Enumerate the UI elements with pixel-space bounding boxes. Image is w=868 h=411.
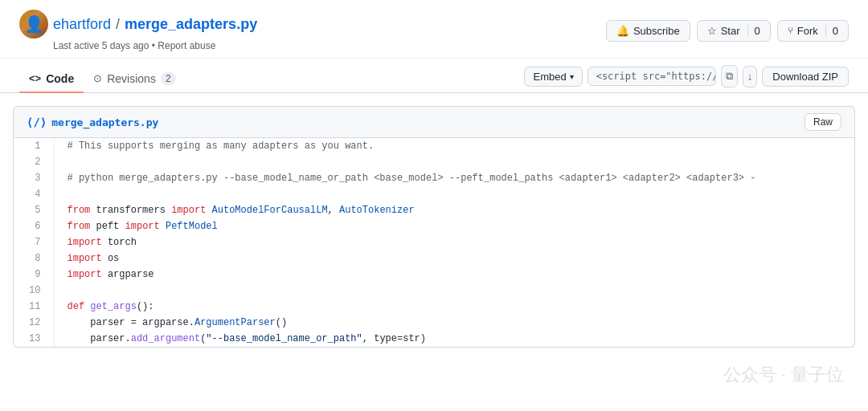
page-header: 👤 ehartford / merge_adapters.py Last act… [0, 0, 868, 59]
table-row: 7 import torch [14, 234, 854, 250]
raw-button[interactable]: Raw [805, 113, 841, 131]
table-row: 8 import os [14, 250, 854, 267]
line-code [54, 186, 854, 202]
nav-tabs-left: <> Code ⊙ Revisions 2 [19, 66, 186, 92]
code-container: 1 # This supports merging as many adapte… [13, 138, 855, 348]
header-title: 👤 ehartford / merge_adapters.py [19, 10, 257, 39]
table-row: 6 from peft import PeftModel [14, 218, 854, 234]
line-code: from peft import PeftModel [54, 218, 854, 234]
tab-code[interactable]: <> Code [19, 66, 84, 93]
filename-link[interactable]: merge_adapters.py [125, 16, 257, 33]
line-code: import os [54, 250, 854, 267]
table-row: 9 import argparse [14, 267, 854, 283]
line-code: parser = argparse.ArgumentParser() [54, 315, 854, 331]
header-actions: 🔔 Subscribe ☆ Star 0 ⑂ Fork 0 [606, 20, 849, 42]
line-number: 5 [14, 202, 54, 218]
avatar: 👤 [19, 10, 48, 39]
fork-button[interactable]: ⑂ Fork 0 [777, 20, 849, 42]
raw-download-button[interactable]: ↓ [743, 66, 758, 87]
line-number: 1 [14, 138, 54, 154]
download-icon: ↓ [747, 71, 753, 83]
line-code: def get_args(): [54, 299, 854, 315]
table-row: 1 # This supports merging as many adapte… [14, 138, 854, 154]
table-row: 5 from transformers import AutoModelForC… [14, 202, 854, 218]
star-button[interactable]: ☆ Star 0 [697, 20, 771, 42]
download-zip-button[interactable]: Download ZIP [762, 67, 849, 87]
line-number: 12 [14, 315, 54, 331]
line-number: 6 [14, 218, 54, 234]
star-icon: ☆ [707, 25, 717, 37]
line-number: 2 [14, 154, 54, 170]
table-row: 3 # python merge_adapters.py --base_mode… [14, 170, 854, 186]
tab-revisions[interactable]: ⊙ Revisions 2 [84, 66, 185, 93]
script-preview-button[interactable]: <script src="https:// [588, 67, 716, 86]
copy-button[interactable]: ⧉ [721, 65, 738, 87]
line-number: 3 [14, 170, 54, 186]
table-row: 13 parser.add_argument("--base_model_nam… [14, 331, 854, 347]
username-link[interactable]: ehartford [53, 16, 111, 33]
nav-tabs-right: Embed ▾ <script src="https:// ⧉ ↓ Downlo… [524, 65, 849, 92]
chevron-down-icon: ▾ [570, 72, 574, 81]
line-code [54, 283, 854, 299]
table-row: 4 [14, 186, 854, 202]
line-number: 8 [14, 250, 54, 267]
nav-tabs: <> Code ⊙ Revisions 2 Embed ▾ <script sr… [0, 65, 868, 93]
repo-info: 👤 ehartford / merge_adapters.py Last act… [19, 10, 257, 51]
file-icon: ⟨/⟩ [27, 116, 47, 128]
table-row: 12 parser = argparse.ArgumentParser() [14, 315, 854, 331]
copy-icon: ⧉ [726, 70, 733, 83]
line-number: 13 [14, 331, 54, 347]
line-number: 7 [14, 234, 54, 250]
last-active: Last active 5 days ago • Report abuse [53, 40, 257, 51]
line-number: 11 [14, 299, 54, 315]
line-number: 9 [14, 267, 54, 283]
table-row: 2 [14, 154, 854, 170]
line-number: 4 [14, 186, 54, 202]
line-code: # This supports merging as many adapters… [54, 138, 854, 154]
report-abuse-link[interactable]: Report abuse [158, 40, 215, 51]
line-code [54, 154, 854, 170]
subscribe-button[interactable]: 🔔 Subscribe [606, 20, 690, 42]
embed-button[interactable]: Embed ▾ [524, 67, 582, 87]
line-code: import argparse [54, 267, 854, 283]
line-code: from transformers import AutoModelForCau… [54, 202, 854, 218]
separator: / [116, 16, 120, 33]
line-code: import torch [54, 234, 854, 250]
bell-icon: 🔔 [616, 25, 629, 37]
line-code: parser.add_argument("--base_model_name_o… [54, 331, 854, 347]
code-table: 1 # This supports merging as many adapte… [14, 138, 854, 347]
table-row: 11 def get_args(): [14, 299, 854, 315]
file-header: ⟨/⟩ merge_adapters.py Raw [13, 106, 855, 138]
line-code: # python merge_adapters.py --base_model_… [54, 170, 854, 186]
table-row: 10 [14, 283, 854, 299]
code-icon: <> [29, 72, 41, 84]
fork-icon: ⑂ [788, 25, 793, 36]
line-number: 10 [14, 283, 54, 299]
revisions-badge: 2 [161, 72, 176, 85]
revisions-icon: ⊙ [93, 72, 102, 84]
file-name: ⟨/⟩ merge_adapters.py [27, 116, 158, 128]
